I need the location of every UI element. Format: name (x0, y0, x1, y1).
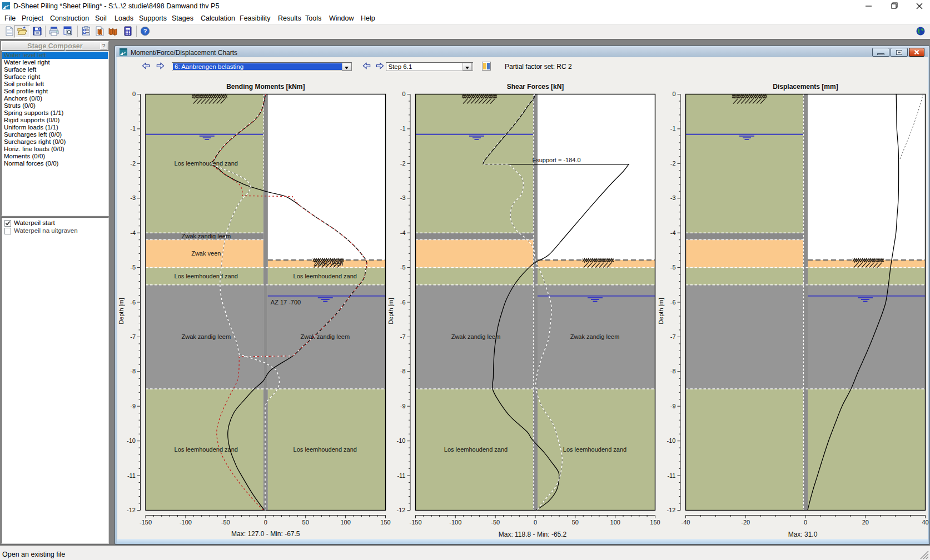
svg-text:-9: -9 (130, 403, 136, 409)
svg-text:0: 0 (402, 91, 405, 97)
svg-text:150: 150 (650, 519, 660, 526)
svg-text:Max: 127.0 - Min: -67.5: Max: 127.0 - Min: -67.5 (231, 530, 300, 538)
svg-text:Zwak zandig leem: Zwak zandig leem (570, 333, 620, 340)
svg-text:-8: -8 (130, 368, 136, 374)
svg-text:AZ 17 -700: AZ 17 -700 (271, 299, 301, 306)
svg-text:Depth [m]: Depth [m] (658, 298, 664, 324)
svg-text:-5: -5 (670, 264, 676, 271)
svg-text:50: 50 (572, 519, 579, 526)
svg-text:20: 20 (862, 519, 869, 526)
svg-text:-100: -100 (449, 519, 461, 526)
svg-text:40: 40 (922, 519, 928, 526)
svg-text:-50: -50 (491, 519, 500, 526)
svg-text:0: 0 (132, 91, 136, 97)
svg-text:Depth [m]: Depth [m] (118, 298, 125, 324)
svg-text:-6: -6 (400, 299, 406, 306)
svg-text:Zwak zandig leem: Zwak zandig leem (181, 333, 231, 340)
svg-text:Zwak veen: Zwak veen (191, 250, 221, 257)
svg-text:-150: -150 (140, 519, 152, 526)
svg-text:50: 50 (302, 519, 309, 526)
svg-text:Fsupport = -184.0: Fsupport = -184.0 (533, 157, 581, 163)
svg-text:-150: -150 (409, 519, 421, 526)
svg-text:Displacements [mm]: Displacements [mm] (773, 83, 838, 91)
svg-text:0: 0 (672, 91, 675, 97)
svg-text:150: 150 (380, 519, 390, 526)
svg-text:-3: -3 (670, 194, 676, 201)
svg-text:0: 0 (804, 519, 807, 526)
svg-text:-11: -11 (667, 472, 675, 479)
svg-text:Los leemhoudend zand: Los leemhoudend zand (294, 273, 357, 279)
svg-text:-100: -100 (180, 519, 192, 526)
svg-text:-11: -11 (127, 472, 136, 479)
svg-text:-12: -12 (667, 507, 676, 513)
svg-text:Max: 31.0: Max: 31.0 (788, 531, 818, 538)
svg-text:-10: -10 (397, 437, 406, 444)
svg-text:-7: -7 (670, 333, 676, 340)
svg-text:0: 0 (264, 519, 267, 526)
svg-text:-5: -5 (130, 264, 136, 271)
svg-text:-11: -11 (397, 472, 405, 479)
svg-text:Max: 118.8 - Min: -65.2: Max: 118.8 - Min: -65.2 (499, 531, 567, 538)
svg-text:Depth [m]: Depth [m] (387, 298, 394, 324)
svg-text:-4: -4 (400, 229, 406, 236)
svg-text:Los leemhoudend zand: Los leemhoudend zand (444, 446, 508, 453)
svg-text:-1: -1 (130, 125, 136, 132)
svg-text:-1: -1 (400, 125, 406, 132)
svg-text:Zwak veen: Zwak veen (314, 260, 343, 267)
svg-text:-4: -4 (130, 229, 136, 236)
svg-text:100: 100 (340, 519, 350, 526)
svg-text:-2: -2 (670, 160, 676, 167)
svg-text:-50: -50 (221, 519, 230, 526)
svg-text:-3: -3 (130, 194, 136, 201)
svg-text:Los leemhoudend zand: Los leemhoudend zand (563, 446, 626, 453)
svg-text:-3: -3 (400, 194, 406, 201)
svg-text:-12: -12 (397, 507, 406, 513)
svg-text:-7: -7 (130, 333, 136, 340)
svg-text:Shear Forces [kN]: Shear Forces [kN] (507, 83, 564, 91)
svg-text:-6: -6 (130, 299, 136, 306)
svg-text:-9: -9 (400, 403, 406, 409)
svg-text:-20: -20 (741, 519, 750, 526)
svg-text:-10: -10 (667, 437, 676, 444)
svg-text:Los leemhoudend zand: Los leemhoudend zand (175, 160, 238, 167)
svg-text:-5: -5 (400, 264, 406, 271)
svg-text:-6: -6 (670, 299, 676, 306)
svg-text:Zwak zandig leem: Zwak zandig leem (300, 333, 350, 340)
svg-text:-9: -9 (670, 403, 676, 409)
svg-text:100: 100 (610, 519, 620, 526)
svg-text:-8: -8 (400, 368, 406, 374)
svg-text:Bending Moments [kNm]: Bending Moments [kNm] (226, 83, 305, 91)
svg-text:-7: -7 (400, 333, 406, 340)
svg-text:-2: -2 (400, 160, 406, 167)
svg-text:Los leemhoudend zand: Los leemhoudend zand (175, 446, 238, 453)
svg-text:Los leemhoudend zand: Los leemhoudend zand (294, 446, 357, 453)
svg-text:Zwak zandig leem: Zwak zandig leem (451, 333, 501, 340)
svg-text:-40: -40 (682, 519, 690, 526)
svg-text:-2: -2 (130, 160, 136, 167)
svg-text:Zwak zandig leem: Zwak zandig leem (181, 233, 231, 239)
svg-text:-1: -1 (670, 125, 676, 132)
svg-text:-12: -12 (127, 507, 136, 513)
svg-text:0: 0 (534, 519, 537, 526)
svg-text:Los leemhoudend zand: Los leemhoudend zand (175, 273, 238, 279)
svg-text:-8: -8 (670, 368, 676, 374)
svg-text:-4: -4 (670, 229, 676, 236)
svg-text:-10: -10 (127, 437, 136, 444)
